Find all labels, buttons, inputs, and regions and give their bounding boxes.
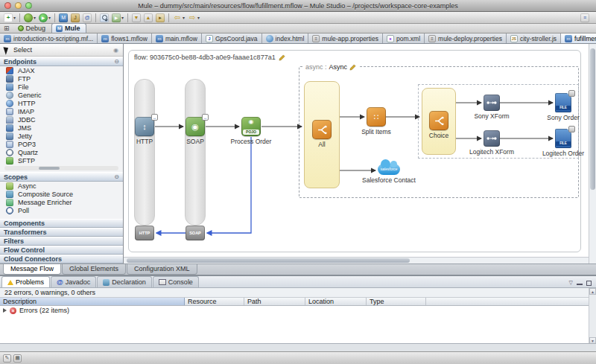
- sony-xform-node[interactable]: Sony XForm: [472, 95, 511, 120]
- editor-tab-city-stroller[interactable]: JScity-stroller.js: [507, 33, 561, 43]
- editor-tab-main[interactable]: mmain.mflow: [152, 33, 202, 43]
- canvas-hscroll-thumb[interactable]: [127, 258, 410, 263]
- maximize-view-icon[interactable]: [586, 281, 592, 286]
- external-tools-button[interactable]: ▶▾: [110, 13, 125, 23]
- forward-button[interactable]: ⇨▾: [186, 13, 201, 23]
- palette-item-ajax[interactable]: AJAX: [0, 66, 123, 74]
- editor-tab-introduction-to-scripting[interactable]: mintroduction-to-scripting.mf...: [0, 33, 98, 43]
- problems-scrollbar[interactable]: ▲ ▼: [589, 288, 596, 344]
- palette-item-file[interactable]: File: [0, 83, 123, 91]
- edit-status-icon[interactable]: ✎: [3, 354, 11, 363]
- editor-tab-flows1[interactable]: mflows1.mflow: [98, 33, 152, 43]
- palette-item-composite-source[interactable]: Composite Source: [0, 190, 123, 198]
- zoom-window-button[interactable]: [25, 2, 32, 9]
- sony-order-node[interactable]: FILE Sony Order: [545, 93, 581, 121]
- view-tab-problems[interactable]: Problems: [1, 276, 50, 287]
- logitech-order-node[interactable]: FILE Logitech Order: [539, 129, 587, 157]
- choice-node[interactable]: Choice: [420, 111, 457, 139]
- last-edit-location-button[interactable]: ▸: [154, 13, 166, 23]
- drawer-pin-icon[interactable]: ⊖: [114, 173, 119, 180]
- column-header-type[interactable]: Type: [367, 298, 426, 305]
- editor-tab-mule-app-properties[interactable]: ≡mule-app.properties: [308, 33, 383, 43]
- palette-item-async[interactable]: Async: [0, 182, 123, 190]
- expand-arrow-icon[interactable]: [3, 308, 7, 313]
- javadoc-button[interactable]: @: [81, 13, 93, 23]
- canvas-vertical-scrollbar[interactable]: [589, 44, 596, 264]
- palette-item-poll[interactable]: Poll: [0, 206, 123, 214]
- canvas-horizontal-scrollbar[interactable]: [124, 257, 589, 264]
- editor-tab-gpscoord[interactable]: JGpsCoord.java: [202, 33, 262, 43]
- back-button[interactable]: ⇦▾: [171, 13, 186, 23]
- palette-pin-icon[interactable]: ◉: [113, 47, 118, 54]
- debug-button[interactable]: ▾: [22, 13, 37, 23]
- http-response-node[interactable]: HTTP: [127, 226, 162, 240]
- canvas-vscroll-thumb[interactable]: [590, 48, 595, 190]
- soap-response-node[interactable]: SOAP: [177, 226, 213, 240]
- palette-item-pop3[interactable]: POP3: [0, 140, 123, 148]
- split-items-node[interactable]: ∷ Split Items: [357, 107, 396, 135]
- column-header-path[interactable]: Path: [244, 298, 305, 305]
- column-header-description[interactable]: Description: [0, 298, 185, 305]
- problems-row-errors[interactable]: × Errors (22 items): [0, 306, 596, 315]
- scroll-up-icon[interactable]: ▲: [589, 288, 596, 295]
- edit-async-name-icon[interactable]: [349, 64, 356, 71]
- export-jar-button[interactable]: J: [69, 13, 81, 23]
- palette-drawer-endpoints[interactable]: Endpoints ⊖: [0, 57, 123, 66]
- palette-item-jdbc[interactable]: JDBC: [0, 115, 123, 124]
- palette-item-ftp[interactable]: FTP: [0, 74, 123, 83]
- palette-select-tool[interactable]: Select ◉: [0, 44, 123, 57]
- palette-item-sftp[interactable]: SFTP: [0, 156, 123, 165]
- new-wizard-button[interactable]: +▾: [2, 13, 17, 23]
- open-perspective-icon[interactable]: ⊞: [4, 25, 10, 32]
- palette-drawer-cloud-connectors[interactable]: Cloud Connectors: [0, 255, 123, 264]
- flow-canvas[interactable]: flow: 903675c0-be88-4db3-a0e9-faaae1c877…: [124, 44, 596, 264]
- edit-flow-name-icon[interactable]: [279, 54, 285, 61]
- minimize-window-button[interactable]: [15, 2, 22, 9]
- palette-item-generic[interactable]: Generic: [0, 91, 123, 99]
- perspective-tab-debug[interactable]: Debug: [13, 23, 52, 33]
- column-header-location[interactable]: Location: [305, 298, 367, 305]
- palette-item-jetty[interactable]: Jetty: [0, 132, 123, 140]
- drawer-pin-icon[interactable]: ⊖: [114, 58, 119, 65]
- palette-drawer-filters[interactable]: Filters: [0, 237, 123, 246]
- view-tab-console[interactable]: Console: [153, 276, 199, 287]
- view-tab-declaration[interactable]: Declaration: [97, 276, 152, 287]
- process-order-node[interactable]: ◉ POJO Process Order: [226, 117, 276, 145]
- editor-tab-mule-deploy-properties[interactable]: ≡mule-deploy.properties: [425, 33, 507, 43]
- http-endpoint-node[interactable]: ↕↔ HTTP: [124, 117, 165, 145]
- mule-application-button[interactable]: M: [57, 13, 69, 23]
- palette-drawer-components[interactable]: Components: [0, 219, 123, 228]
- palette-scrollbar[interactable]: [4, 166, 118, 170]
- scroll-track[interactable]: [589, 295, 596, 337]
- palette-item-jms[interactable]: JMS: [0, 124, 123, 132]
- page-tab-configuration-xml[interactable]: Configuration XML: [127, 264, 197, 275]
- next-annotation-button[interactable]: ▼: [130, 13, 142, 23]
- close-window-button[interactable]: [4, 2, 11, 9]
- palette-scrollbar-thumb[interactable]: [39, 167, 60, 170]
- page-tab-global-elements[interactable]: Global Elements: [62, 264, 126, 275]
- all-node[interactable]: All: [304, 120, 340, 148]
- palette-item-http[interactable]: HTTP: [0, 99, 123, 107]
- palette-item-quartz[interactable]: Quartz: [0, 148, 123, 156]
- editor-tab-fufillment[interactable]: mfufillment.mflow×: [561, 33, 596, 43]
- previous-annotation-button[interactable]: ▲: [142, 13, 154, 23]
- salesforce-contact-node[interactable]: salesforce Salesforce Contact: [359, 159, 419, 184]
- editor-tab-pom-xml[interactable]: xpom.xml: [383, 33, 425, 43]
- view-tab-javadoc[interactable]: @ Javadoc: [51, 276, 96, 287]
- window-status-icon[interactable]: ▦: [13, 354, 22, 363]
- page-tab-message-flow[interactable]: Message Flow: [3, 264, 61, 275]
- palette-drawer-scopes[interactable]: Scopes ⊖: [0, 172, 123, 182]
- editor-tab-index-html[interactable]: index.html: [262, 33, 309, 43]
- palette-drawer-flow-control[interactable]: Flow Control: [0, 246, 123, 255]
- search-button[interactable]: [98, 13, 110, 23]
- view-menu-icon[interactable]: ▽: [569, 280, 573, 286]
- minimize-view-icon[interactable]: [577, 284, 583, 286]
- palette-drawer-transformers[interactable]: Transformers: [0, 228, 123, 237]
- logitech-xform-node[interactable]: Logitech XForm: [468, 130, 516, 156]
- palette-item-imap[interactable]: IMAP: [0, 107, 123, 115]
- quick-access-button[interactable]: ≡: [579, 13, 591, 23]
- run-button[interactable]: ▶▾: [37, 13, 52, 23]
- palette-item-message-enricher[interactable]: Message Enricher: [0, 198, 123, 206]
- perspective-tab-mule[interactable]: M Mule: [51, 23, 86, 33]
- soap-node[interactable]: ◉↔ SOAP: [175, 117, 215, 145]
